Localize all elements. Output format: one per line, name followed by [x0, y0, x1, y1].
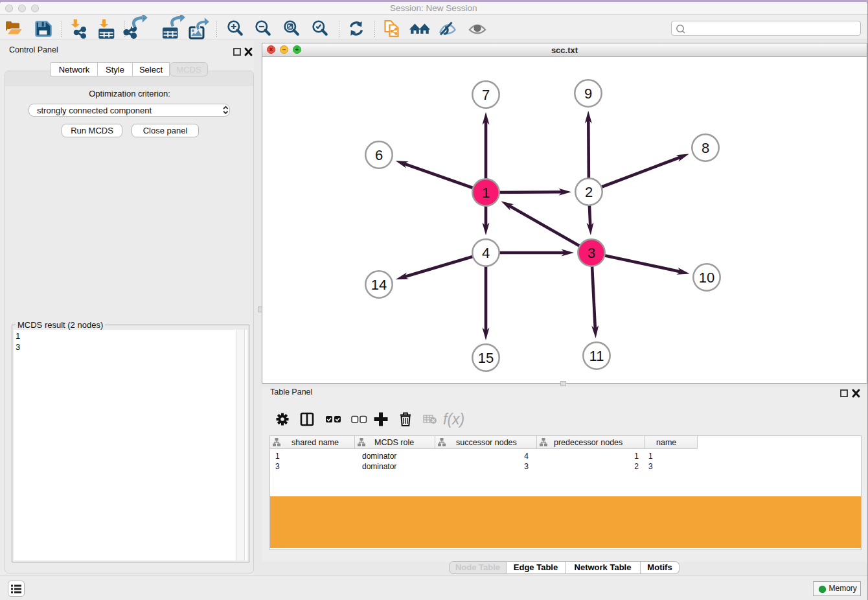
svg-text:6: 6: [375, 147, 383, 163]
svg-text:4: 4: [482, 245, 490, 261]
svg-text:10: 10: [699, 270, 714, 286]
svg-text:3: 3: [588, 245, 595, 261]
svg-text:9: 9: [584, 86, 592, 102]
svg-text:11: 11: [589, 348, 604, 364]
svg-text:7: 7: [482, 87, 490, 103]
svg-text:14: 14: [371, 277, 387, 293]
svg-text:2: 2: [585, 184, 593, 200]
svg-text:1: 1: [482, 185, 490, 201]
svg-text:8: 8: [702, 140, 709, 156]
svg-text:f(x): f(x): [443, 411, 464, 428]
svg-text:15: 15: [478, 350, 494, 366]
